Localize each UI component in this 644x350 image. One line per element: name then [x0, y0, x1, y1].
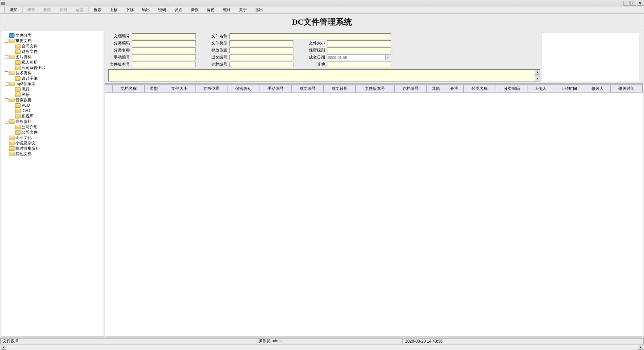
input-doc-no[interactable]	[132, 33, 196, 39]
tree-spacer	[11, 109, 14, 113]
tree-node[interactable]: VCD	[2, 103, 103, 108]
menu-item-14[interactable]: 关于	[235, 6, 251, 14]
table-header[interactable]: 文件大小	[163, 85, 195, 93]
tree-node[interactable]: 公司宣传图片	[2, 65, 103, 70]
minimize-button[interactable]: ─	[623, 1, 630, 6]
scroll-up-icon[interactable]: ▲	[535, 70, 540, 75]
collapse-icon[interactable]: −	[5, 39, 8, 43]
input-file-size[interactable]	[327, 40, 391, 46]
menu-item-6[interactable]: 上移	[106, 6, 122, 14]
table-header[interactable]: 上传时间	[553, 85, 585, 93]
table-header[interactable]: 手动编号	[259, 85, 291, 93]
tree-node[interactable]: −mp3音乐库	[2, 81, 103, 86]
tree-label: 民乐	[22, 92, 30, 98]
collapse-icon[interactable]: −	[5, 98, 8, 102]
tree-label: VCD	[22, 103, 30, 108]
table-header[interactable]: 修改时间	[610, 85, 642, 93]
table-header[interactable]: 成文编号	[291, 85, 323, 93]
maximize-button[interactable]: □	[630, 1, 636, 6]
tree-node[interactable]: DVD	[2, 108, 103, 113]
table-header[interactable]: 文件版本号	[356, 85, 394, 93]
tree-node[interactable]: 合同文件	[2, 43, 103, 49]
tree-node[interactable]: 企业文化	[2, 135, 103, 140]
scroll-right-icon[interactable]: ▸	[638, 345, 643, 350]
category-tree[interactable]: 文件分类−重要文档合同文件财务文件−图片资料私人相册公司宣传图片−技术资料设计图…	[1, 31, 104, 337]
tree-node[interactable]: 文件分类	[2, 33, 103, 38]
table-header[interactable]: 成文日期	[323, 85, 355, 93]
app-window: ─ □ ✕ 增加修改删除保存放弃搜索上移下移输出密码设置操作备份统计关于退出 D…	[0, 0, 644, 350]
input-cat-name[interactable]	[132, 47, 196, 53]
input-written-date[interactable]: 2009-01-05 ▾	[327, 55, 391, 60]
folder-icon	[15, 130, 21, 135]
input-secrecy[interactable]	[327, 47, 391, 53]
menu-item-5[interactable]: 搜索	[90, 6, 106, 14]
menu-item-15[interactable]: 退出	[251, 6, 267, 14]
tree-node[interactable]: −音像数据	[2, 97, 103, 103]
table-header[interactable]: 存放位置	[195, 85, 227, 93]
tree-node[interactable]: −技术资料	[2, 70, 103, 76]
date-picker-icon[interactable]: ▾	[385, 55, 390, 60]
menu-item-10[interactable]: 设置	[170, 6, 186, 14]
close-button[interactable]: ✕	[637, 1, 643, 6]
collapse-icon[interactable]: −	[5, 71, 8, 75]
tree-node[interactable]: 私人相册	[2, 60, 103, 65]
label-other: 其他	[303, 62, 327, 67]
scroll-left-icon[interactable]: ◂	[1, 345, 6, 350]
table-header[interactable]: 存档编号	[394, 85, 426, 93]
table-header[interactable]: 分类编码	[496, 85, 528, 93]
input-version-no[interactable]	[132, 62, 196, 67]
input-location[interactable]	[229, 47, 293, 53]
table-header[interactable]: 备注	[445, 85, 464, 93]
table-header[interactable]: 其他	[426, 85, 445, 93]
input-other[interactable]	[327, 62, 391, 67]
tree-label: 文件分类	[15, 33, 32, 38]
tree-node[interactable]: 影视库	[2, 113, 103, 119]
table-header[interactable]: 文档名称	[113, 85, 145, 93]
collapse-icon[interactable]: −	[5, 55, 8, 59]
tree-node[interactable]: 财务文件	[2, 49, 103, 54]
table-header[interactable]: 修改人	[585, 85, 610, 93]
label-manual-no: 手动编号	[108, 55, 132, 60]
folder-icon	[15, 76, 21, 81]
input-manual-no[interactable]	[132, 55, 196, 60]
input-cat-code[interactable]	[132, 40, 196, 46]
table-header[interactable]: 类型	[145, 85, 163, 93]
tree-node[interactable]: 其他文档	[2, 151, 103, 156]
menu-item-0[interactable]: 增加	[5, 6, 22, 14]
input-file-name[interactable]	[229, 33, 391, 39]
menu-item-11[interactable]: 操作	[186, 6, 203, 14]
tree-node[interactable]: −重要文档	[2, 38, 103, 43]
memo-scrollbar[interactable]: ▲ ▼	[535, 70, 540, 81]
input-file-type[interactable]	[229, 40, 293, 46]
menu-item-9[interactable]: 密码	[154, 6, 170, 14]
label-written-date: 成文日期	[303, 55, 327, 60]
folder-icon	[15, 49, 21, 54]
window-hscrollbar[interactable]: ◂ ▸	[0, 344, 644, 350]
tree-node[interactable]: 公司介绍	[2, 124, 103, 130]
menu-item-12[interactable]: 备份	[203, 6, 219, 14]
tree-label: 合同文件	[22, 43, 38, 49]
menu-item-13[interactable]: 统计	[219, 6, 235, 14]
collapse-icon[interactable]: −	[5, 120, 8, 124]
table-header[interactable]: 保密级别	[227, 85, 259, 93]
file-table[interactable]: 文档名称类型文件大小存放位置保密级别手动编号成文编号成文日期文件版本号存档编号其…	[105, 84, 643, 337]
table-header[interactable]	[105, 85, 113, 93]
tree-node[interactable]: 流行	[2, 86, 103, 92]
collapse-icon[interactable]: −	[5, 82, 8, 86]
tree-node[interactable]: −图片资料	[2, 54, 103, 60]
memo-field[interactable]: ▲ ▼	[108, 69, 540, 81]
tree-node[interactable]: 临时收集资料	[2, 146, 103, 151]
input-written-no[interactable]	[229, 55, 293, 60]
table-header[interactable]: 分类名称	[464, 85, 496, 93]
menu-item-8[interactable]: 输出	[138, 6, 154, 14]
tree-node[interactable]: 设计图纸	[2, 76, 103, 81]
tree-node[interactable]: 小说及杂文	[2, 140, 103, 146]
tree-node[interactable]: 公司文件	[2, 130, 103, 135]
tree-node[interactable]: −商务资料	[2, 119, 103, 124]
scroll-down-icon[interactable]: ▼	[535, 76, 540, 81]
table-header[interactable]: 上传人	[528, 85, 553, 93]
tree-node[interactable]: 民乐	[2, 92, 103, 97]
menu-item-7[interactable]: 下移	[122, 6, 138, 14]
input-archive-no[interactable]	[229, 62, 293, 67]
preview-panel	[542, 33, 639, 81]
